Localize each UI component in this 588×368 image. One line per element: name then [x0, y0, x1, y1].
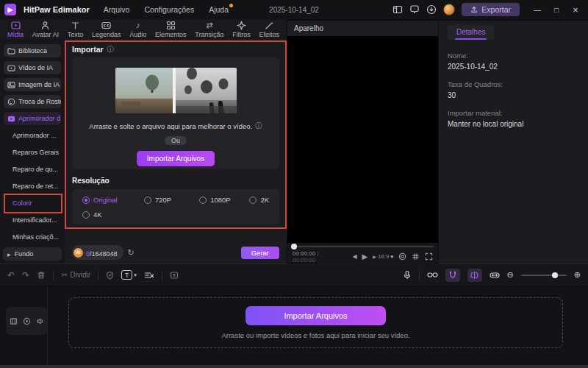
timeline-zoom-slider[interactable] [521, 275, 567, 276]
badge-icon[interactable] [106, 271, 114, 280]
radio-original[interactable]: Original [82, 196, 144, 204]
track-audio-icon[interactable] [36, 317, 44, 325]
elements-icon [166, 21, 176, 30]
layout-icon[interactable] [392, 4, 403, 15]
close-button[interactable]: × [567, 2, 584, 17]
zoom-slider-knob[interactable] [552, 272, 558, 278]
avatar-ai-icon [40, 21, 50, 30]
radio-2k[interactable]: 2K [249, 196, 269, 204]
fullscreen-icon[interactable] [425, 252, 433, 261]
tab-audio[interactable]: ♪ Áudio [129, 21, 146, 38]
media-tab-bar: Mídia Avatar AI Texto Legendas ♪ Áudio E… [0, 19, 287, 40]
ripple-edit-icon[interactable] [467, 269, 482, 282]
sidebar-item-biblioteca[interactable]: Biblioteca [4, 44, 61, 57]
chevron-down-icon: ▾ [390, 254, 393, 260]
bottom-scrollbar[interactable] [0, 365, 588, 368]
export-frame-icon[interactable] [170, 271, 179, 280]
sidebar-item-video-ia[interactable]: Vídeo de IA [4, 61, 61, 74]
media-icon [11, 21, 21, 30]
radio-4k[interactable]: 4K [82, 210, 102, 219]
microphone-icon[interactable] [403, 270, 412, 280]
import-files-button[interactable]: Importar Arquivos [137, 151, 215, 166]
resolution-options: Original 720P 1080P 2K 4K [72, 189, 279, 224]
or-divider: Ou [165, 136, 187, 145]
video-preview[interactable] [287, 36, 438, 243]
grid-icon[interactable] [412, 252, 420, 261]
text-icon [71, 21, 80, 30]
toolbar-separator [98, 270, 98, 280]
enhancer-icon [7, 115, 15, 123]
zoom-out-icon[interactable]: ⊖ [507, 270, 514, 280]
menu-arquivo[interactable]: Arquivo [100, 4, 134, 15]
info-icon[interactable]: ⓘ [255, 121, 262, 131]
tab-midia[interactable]: Mídia [7, 21, 24, 38]
feedback-icon[interactable] [409, 4, 420, 15]
info-icon[interactable]: ⓘ [107, 45, 115, 54]
export-button[interactable]: Exportar [462, 3, 520, 16]
tab-elementos[interactable]: Elementos [155, 21, 187, 38]
seek-knob[interactable] [291, 244, 297, 250]
track-record-icon[interactable] [23, 317, 31, 325]
sidebar-sub-reparo-de-qu[interactable]: Reparo de qu... [4, 163, 61, 176]
radio-1080p[interactable]: 1080P [199, 196, 249, 204]
tab-transicao[interactable]: ⇄ Transição [195, 21, 223, 38]
menu-ajuda[interactable]: Ajuda [205, 4, 232, 15]
redo-icon[interactable]: ↷ [22, 270, 29, 280]
play-icon[interactable]: ▶ [362, 252, 368, 261]
timeline-import-button[interactable]: Importar Arquivos [245, 306, 385, 325]
split-button[interactable]: ✂ Dividir [61, 271, 90, 279]
sidebar-item-troca-de-rostos[interactable]: Troca de Rostos [4, 95, 61, 108]
before-after-preview-image [115, 68, 237, 113]
title-bar: ▶ HitPaw Edimakor Arquivo Configurações … [0, 0, 588, 19]
tab-detalhes[interactable]: Detalhes [448, 25, 494, 40]
toolbar-separator [162, 270, 162, 280]
seek-bar[interactable] [287, 243, 438, 250]
user-avatar[interactable] [443, 4, 455, 15]
sidebar-item-fundo[interactable]: ▶ Fundo [3, 247, 62, 261]
snapshot-icon[interactable] [398, 252, 406, 261]
preview-controls: 00:00:00 / 00:00:00 ◀ ▶ ▶ 16:9 ▾ [287, 250, 438, 263]
maximize-button[interactable]: □ [548, 2, 564, 17]
credits-row: AI 0/1648048 ↻ Gerar [72, 245, 279, 260]
transition-icon: ⇄ [206, 21, 212, 30]
menu-configuracoes[interactable]: Configurações [140, 4, 198, 15]
timeline-dropzone[interactable]: Importar Arquivos Arraste ou importe víd… [68, 297, 563, 348]
fit-timeline-icon[interactable] [490, 271, 500, 280]
radio-dot [144, 197, 151, 204]
resolution-label: Resolução [72, 177, 279, 185]
tab-efeitos[interactable]: Efeitos [259, 21, 279, 38]
zoom-in-icon[interactable]: ⊕ [574, 270, 581, 280]
timecode-current: 00:00:00 [293, 250, 315, 257]
sidebar-sub-colorir[interactable]: Colorir [4, 197, 61, 210]
minimize-button[interactable]: — [529, 2, 545, 17]
delete-icon[interactable] [37, 271, 46, 280]
auto-cut-icon[interactable] [144, 271, 154, 280]
magnet-icon[interactable] [445, 269, 460, 282]
dropzone-hint: Arraste e solte o arquivo aqui para melh… [89, 121, 262, 131]
tab-filtros[interactable]: Filtros [232, 21, 251, 38]
radio-dot [249, 197, 257, 204]
text-tool-button[interactable]: T ▾ [121, 270, 137, 280]
sidebar-sub-reparos-gerais[interactable]: Reparos Gerais [4, 146, 61, 159]
previous-frame-icon[interactable]: ◀ [352, 253, 356, 260]
generate-button[interactable]: Gerar [241, 247, 279, 259]
refresh-icon[interactable]: ↻ [128, 248, 135, 258]
library-icon [7, 47, 15, 55]
sidebar-item-aprimorador[interactable]: Aprimorador d... [4, 112, 61, 125]
link-icon[interactable] [427, 271, 438, 279]
dropzone[interactable]: Arraste e solte o arquivo aqui para melh… [72, 57, 279, 169]
track-video-icon[interactable] [10, 317, 18, 325]
tab-legendas[interactable]: Legendas [92, 21, 121, 38]
sidebar-sub-intensificador[interactable]: Intensificador... [4, 213, 61, 227]
undo-icon[interactable]: ↶ [7, 270, 15, 280]
sidebar-sub-reparo-de-ret[interactable]: Reparo de ret... [4, 180, 61, 193]
tab-avatar-ai[interactable]: Avatar AI [32, 21, 59, 38]
download-icon[interactable] [426, 4, 437, 15]
sidebar-sub-aprimorador[interactable]: Aprimorador ... [4, 129, 61, 142]
radio-720p[interactable]: 720P [144, 196, 199, 204]
sidebar-item-imagem-ia[interactable]: Imagem de IA [4, 78, 61, 91]
sidebar-sub-minhas-criacoes[interactable]: Minhas criaçõ... [4, 230, 61, 244]
audio-icon: ♪ [136, 21, 140, 30]
tab-texto[interactable]: Texto [68, 21, 84, 38]
aspect-ratio-selector[interactable]: ▶ 16:9 ▾ [373, 253, 393, 260]
